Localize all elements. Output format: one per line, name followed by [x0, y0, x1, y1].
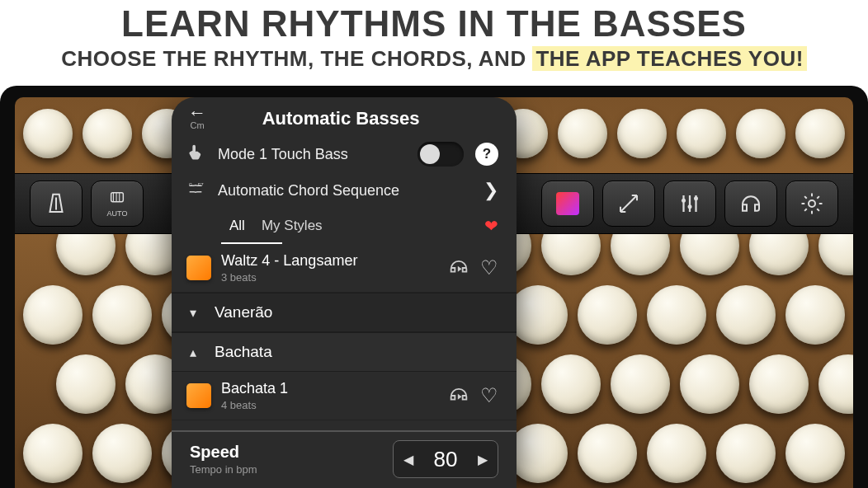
- tab-all[interactable]: All: [221, 213, 253, 242]
- auto-chord-sequence-row[interactable]: GE7 Automatic Chord Sequence ❯: [172, 173, 517, 208]
- favorites-filter[interactable]: ❤: [474, 211, 498, 244]
- accordion-button[interactable]: [647, 285, 706, 345]
- touch-icon: [185, 143, 206, 165]
- accordion-button[interactable]: [716, 285, 776, 345]
- svg-point-4: [809, 200, 815, 207]
- style-title: Bachata 1: [221, 380, 437, 397]
- accordion-button[interactable]: [578, 285, 637, 345]
- accordion-button[interactable]: [56, 354, 116, 414]
- bpm-stepper: ◀ 80 ▶: [393, 440, 498, 478]
- promo-subline: CHOOSE THE RHYTHM, THE CHORDS, AND THE A…: [0, 46, 868, 72]
- accordion-button[interactable]: [23, 109, 73, 158]
- sliders-icon: [677, 191, 702, 216]
- accordion-button[interactable]: [677, 109, 726, 158]
- svg-point-2: [688, 204, 692, 209]
- accordion-button[interactable]: [541, 354, 601, 414]
- auto-chord-label: Automatic Chord Sequence: [218, 182, 472, 199]
- accordion-button[interactable]: [508, 424, 568, 483]
- skin-icon: [556, 192, 579, 215]
- accordion-icon: [108, 190, 126, 208]
- instrument-skin-button[interactable]: [541, 181, 594, 227]
- accordion-button[interactable]: [736, 109, 785, 158]
- device-frame: AUTO ← Cm: [0, 86, 868, 488]
- style-item-waltz4[interactable]: Waltz 4 - Langsamer 3 beats ♡: [172, 244, 517, 293]
- accordion-button[interactable]: [785, 424, 845, 483]
- back-button[interactable]: ← Cm: [183, 107, 211, 130]
- accordion-button[interactable]: [749, 354, 809, 414]
- accordion-button[interactable]: [92, 424, 152, 483]
- bpm-value[interactable]: 80: [423, 447, 468, 472]
- chord-sequence-icon: GE7: [185, 180, 206, 201]
- accordion-button[interactable]: [818, 354, 853, 414]
- accordion-button[interactable]: [795, 109, 845, 158]
- accordion-button[interactable]: [508, 285, 568, 345]
- accordion-button[interactable]: [611, 354, 670, 414]
- accordion-button[interactable]: [23, 424, 83, 483]
- accordion-button[interactable]: [558, 109, 607, 158]
- accordion-button[interactable]: [617, 109, 667, 158]
- group-vanerao[interactable]: ▾ Vanerão: [172, 293, 517, 332]
- chevron-up-icon: ▴: [190, 345, 205, 360]
- panel-title: Automatic Basses: [219, 108, 462, 129]
- help-button[interactable]: ?: [475, 143, 498, 166]
- accordion-button[interactable]: [83, 109, 132, 158]
- settings-button[interactable]: [785, 181, 838, 227]
- style-icon: [186, 256, 211, 280]
- style-item-bachata1[interactable]: Bachata 1 4 beats ♡: [172, 372, 517, 420]
- svg-marker-8: [458, 394, 462, 400]
- auto-label: AUTO: [107, 209, 128, 218]
- mode-touch-bass-row: Mode 1 Touch Bass ?: [172, 135, 517, 173]
- headset-icon: [738, 191, 763, 216]
- group-bachata[interactable]: ▴ Bachata: [172, 332, 517, 372]
- style-tabs: All My Styles ❤: [172, 208, 517, 244]
- group-label: Bachata: [215, 343, 272, 361]
- support-button[interactable]: [724, 181, 777, 227]
- resize-icon: [616, 191, 641, 216]
- automatic-basses-panel: ← Cm Automatic Basses Mode 1 Touch Bass …: [172, 97, 517, 488]
- favorite-button[interactable]: ♡: [480, 256, 498, 279]
- svg-text:E7: E7: [198, 182, 204, 187]
- app-screen: AUTO ← Cm: [15, 97, 853, 488]
- accordion-button[interactable]: [680, 354, 739, 414]
- back-arrow-icon: ←: [183, 107, 211, 119]
- gear-icon: [800, 191, 824, 216]
- group-label: Vanerão: [215, 303, 272, 321]
- accordion-button[interactable]: [716, 424, 776, 483]
- chevron-right-icon: ❯: [484, 180, 498, 201]
- favorite-button[interactable]: ♡: [480, 384, 498, 407]
- speed-label: Speed: [190, 443, 257, 462]
- mixer-button[interactable]: [663, 181, 716, 227]
- speed-sublabel: Tempo in bpm: [190, 463, 257, 476]
- preview-button[interactable]: [447, 384, 470, 407]
- style-icon: [186, 383, 211, 408]
- mode-touch-toggle[interactable]: [417, 142, 464, 167]
- accordion-button[interactable]: [647, 424, 706, 483]
- metronome-icon: [44, 191, 68, 216]
- accordion-button[interactable]: [92, 285, 152, 345]
- svg-text:G: G: [189, 182, 192, 187]
- speed-control: Speed Tempo in bpm ◀ 80 ▶: [172, 430, 517, 488]
- resize-button[interactable]: [602, 181, 655, 227]
- bpm-increment[interactable]: ▶: [468, 452, 498, 467]
- chevron-down-icon: ▾: [190, 305, 205, 321]
- promo-banner: LEARN RHYTHMS IN THE BASSES CHOOSE THE R…: [0, 0, 868, 86]
- preview-button[interactable]: [447, 256, 470, 279]
- tab-my-styles[interactable]: My Styles: [253, 213, 331, 242]
- style-subtitle: 4 beats: [221, 399, 437, 411]
- promo-headline: LEARN RHYTHMS IN THE BASSES: [0, 3, 868, 45]
- mode-touch-label: Mode 1 Touch Bass: [218, 146, 406, 163]
- style-subtitle: 3 beats: [221, 271, 437, 284]
- bpm-decrement[interactable]: ◀: [394, 452, 423, 467]
- style-title: Waltz 4 - Langsamer: [221, 252, 437, 270]
- metronome-button[interactable]: [30, 181, 83, 227]
- accordion-button[interactable]: [23, 285, 83, 345]
- svg-marker-7: [458, 266, 462, 272]
- accordion-button[interactable]: [785, 285, 845, 345]
- auto-bass-button[interactable]: AUTO: [91, 181, 144, 227]
- svg-point-3: [694, 196, 698, 200]
- accordion-button[interactable]: [578, 424, 637, 483]
- svg-point-1: [682, 199, 686, 203]
